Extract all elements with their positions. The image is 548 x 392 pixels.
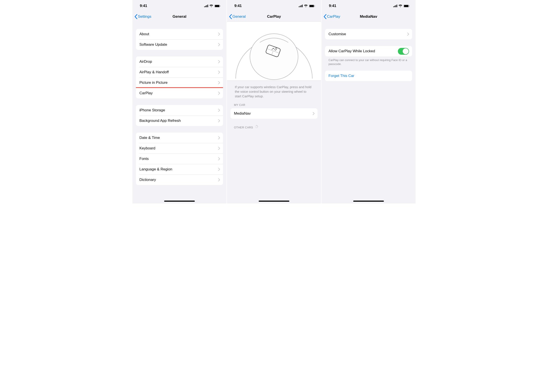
row-about[interactable]: About xyxy=(136,29,223,39)
row-iphone-storage[interactable]: iPhone Storage xyxy=(136,105,223,115)
svg-rect-12 xyxy=(309,5,314,7)
settings-group: Date & TimeKeyboardFontsLanguage & Regio… xyxy=(136,133,223,185)
svg-line-26 xyxy=(255,126,256,126)
svg-line-22 xyxy=(257,127,258,128)
spinner-icon xyxy=(255,125,258,128)
home-indicator[interactable] xyxy=(164,201,195,202)
row-software-update[interactable]: Software Update xyxy=(136,39,223,50)
status-bar: 9:41 xyxy=(321,0,416,12)
row-forget-car[interactable]: Forget This Car xyxy=(325,71,412,81)
home-indicator[interactable] xyxy=(353,201,384,202)
row-picture-in-picture[interactable]: Picture in Picture xyxy=(136,77,223,88)
row-label: Background App Refresh xyxy=(139,119,218,123)
chevron-right-icon xyxy=(313,112,314,115)
navbar: CarPlay MediaNav xyxy=(321,12,416,21)
svg-rect-3 xyxy=(207,5,208,7)
toggle-allow-locked[interactable] xyxy=(398,48,409,55)
chevron-left-icon xyxy=(229,14,232,19)
chevron-right-icon xyxy=(218,147,220,150)
row-allow-locked[interactable]: Allow CarPlay While Locked xyxy=(325,46,412,56)
svg-rect-13 xyxy=(314,6,315,7)
home-indicator[interactable] xyxy=(259,201,289,202)
back-button[interactable]: CarPlay xyxy=(324,14,340,19)
svg-line-24 xyxy=(255,127,256,128)
group-forget: Forget This Car xyxy=(325,71,412,81)
cellular-icon xyxy=(393,5,397,7)
row-label: Allow CarPlay While Locked xyxy=(328,49,398,53)
svg-rect-29 xyxy=(395,5,396,7)
svg-rect-7 xyxy=(299,6,299,7)
battery-icon xyxy=(214,5,220,7)
svg-point-14 xyxy=(250,34,298,80)
chevron-right-icon xyxy=(218,92,220,95)
cellular-icon xyxy=(204,5,208,7)
row-fonts[interactable]: Fonts xyxy=(136,154,223,164)
battery-icon xyxy=(404,5,409,7)
chevron-right-icon xyxy=(218,178,220,181)
row-background-app-refresh[interactable]: Background App Refresh xyxy=(136,115,223,126)
svg-rect-33 xyxy=(409,6,409,7)
battery-icon xyxy=(309,5,315,7)
chevron-right-icon xyxy=(218,71,220,74)
cellular-icon xyxy=(299,5,303,7)
row-label: AirDrop xyxy=(139,59,218,64)
row-airdrop[interactable]: AirDrop xyxy=(136,56,223,67)
screen-carplay: 9:41 General CarPlay xyxy=(227,0,321,203)
status-time: 9:41 xyxy=(329,4,336,8)
status-indicators xyxy=(393,5,409,7)
row-label: MediaNav xyxy=(234,111,313,116)
row-label: Date & Time xyxy=(139,136,218,140)
svg-rect-8 xyxy=(300,6,300,7)
content: If your car supports wireless CarPlay, p… xyxy=(227,22,321,203)
chevron-right-icon xyxy=(218,168,220,171)
svg-line-20 xyxy=(257,126,258,126)
chevron-right-icon xyxy=(218,81,220,84)
back-label: CarPlay xyxy=(327,14,340,19)
chevron-right-icon xyxy=(218,157,220,160)
row-label: About xyxy=(139,32,218,36)
screen-general: 9:41 Settings General AboutSoftware Upda… xyxy=(132,0,227,203)
back-button[interactable]: General xyxy=(229,14,246,19)
navbar: Settings General xyxy=(132,12,227,21)
steering-wheel-illustration xyxy=(227,22,321,81)
svg-rect-27 xyxy=(393,6,394,7)
svg-rect-1 xyxy=(205,6,206,7)
status-indicators xyxy=(204,5,220,7)
row-medianav[interactable]: MediaNav xyxy=(230,108,318,119)
row-label: Keyboard xyxy=(139,146,218,151)
row-label: Dictionary xyxy=(139,178,218,182)
header-other-cars: OTHER CARS xyxy=(230,125,318,131)
group-allow: Allow CarPlay While Locked xyxy=(325,46,412,56)
row-dictionary[interactable]: Dictionary xyxy=(136,175,223,185)
svg-rect-10 xyxy=(302,5,303,7)
row-date-time[interactable]: Date & Time xyxy=(136,133,223,143)
chevron-right-icon xyxy=(218,109,220,112)
back-button[interactable]: Settings xyxy=(135,14,151,19)
row-label: AirPlay & Handoff xyxy=(139,70,218,74)
row-label: Software Update xyxy=(139,42,218,47)
chevron-left-icon xyxy=(135,14,137,19)
row-label: Customise xyxy=(328,32,407,36)
settings-group: AirDropAirPlay & HandoffPicture in Pictu… xyxy=(136,56,223,98)
settings-group: AboutSoftware Update xyxy=(136,29,223,50)
wifi-icon xyxy=(399,5,402,7)
svg-rect-6 xyxy=(220,6,220,7)
status-time: 9:41 xyxy=(140,4,147,8)
row-customise[interactable]: Customise xyxy=(325,29,412,39)
row-language-region[interactable]: Language & Region xyxy=(136,164,223,175)
navbar: General CarPlay xyxy=(227,12,321,21)
status-bar: 9:41 xyxy=(132,0,227,12)
row-keyboard[interactable]: Keyboard xyxy=(136,143,223,154)
row-airplay-handoff[interactable]: AirPlay & Handoff xyxy=(136,67,223,77)
svg-rect-28 xyxy=(394,6,395,7)
svg-rect-32 xyxy=(404,5,408,7)
content: AboutSoftware UpdateAirDropAirPlay & Han… xyxy=(132,21,227,203)
chevron-right-icon xyxy=(407,33,409,36)
wifi-icon xyxy=(304,5,308,7)
chevron-right-icon xyxy=(218,136,220,139)
chevron-right-icon xyxy=(218,33,220,36)
row-carplay[interactable]: CarPlay xyxy=(136,88,223,98)
chevron-right-icon xyxy=(218,60,220,63)
setup-instruction: If your car supports wireless CarPlay, p… xyxy=(230,81,318,100)
row-label: Forget This Car xyxy=(328,74,409,78)
